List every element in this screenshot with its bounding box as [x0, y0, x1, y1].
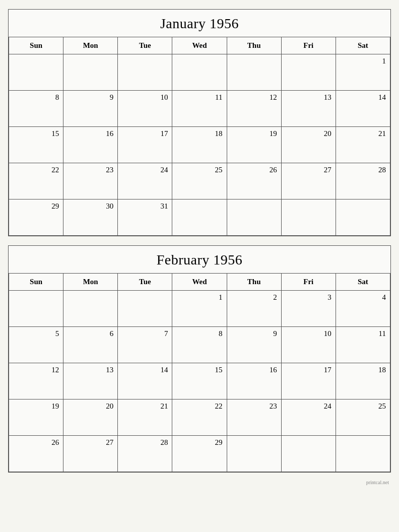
jan-r4-tue: 24 [118, 163, 172, 200]
feb-r2-sun: 5 [9, 327, 63, 363]
feb-r1-sun [9, 291, 63, 327]
jan-r2-tue: 10 [118, 91, 172, 127]
feb-r3-sat: 18 [336, 363, 390, 400]
feb-r2-mon: 6 [63, 327, 118, 363]
jan-r1-wed [172, 54, 227, 91]
jan-r1-sun [9, 54, 63, 91]
header-tue: Tue [118, 37, 172, 54]
feb-r3-sun: 12 [9, 363, 63, 400]
january-grid: Sun Mon Tue Wed Thu Fri Sat 1 8 9 10 11 … [9, 37, 390, 236]
feb-header-sat: Sat [336, 274, 390, 291]
jan-r1-thu [227, 54, 282, 91]
jan-r2-sat: 14 [336, 91, 390, 127]
feb-r2-fri: 10 [282, 327, 336, 363]
feb-r5-wed: 29 [172, 436, 227, 472]
jan-r1-sat: 1 [336, 54, 390, 91]
jan-r2-wed: 11 [172, 91, 227, 127]
feb-r4-mon: 20 [63, 400, 118, 436]
jan-r4-mon: 23 [63, 163, 118, 200]
jan-r3-tue: 17 [118, 127, 172, 163]
feb-r1-wed: 1 [172, 291, 227, 327]
feb-r5-sat [336, 436, 390, 472]
jan-r4-sun: 22 [9, 163, 63, 200]
jan-r5-fri [282, 200, 336, 236]
feb-r3-fri: 17 [282, 363, 336, 400]
jan-r2-thu: 12 [227, 91, 282, 127]
feb-header-sun: Sun [9, 274, 63, 291]
feb-r2-wed: 8 [172, 327, 227, 363]
feb-r4-fri: 24 [282, 400, 336, 436]
feb-r4-sun: 19 [9, 400, 63, 436]
jan-r5-sat [336, 200, 390, 236]
feb-header-tue: Tue [118, 274, 172, 291]
january-calendar: January 1956 Sun Mon Tue Wed Thu Fri Sat… [8, 9, 391, 236]
header-sun: Sun [9, 37, 63, 54]
jan-r5-wed [172, 200, 227, 236]
feb-r5-thu [227, 436, 282, 472]
feb-header-mon: Mon [63, 274, 118, 291]
jan-r2-sun: 8 [9, 91, 63, 127]
feb-r3-thu: 16 [227, 363, 282, 400]
feb-r1-sat: 4 [336, 291, 390, 327]
jan-r3-sat: 21 [336, 127, 390, 163]
header-mon: Mon [63, 37, 118, 54]
jan-r5-mon: 30 [63, 200, 118, 236]
header-fri: Fri [282, 37, 336, 54]
feb-r1-fri: 3 [282, 291, 336, 327]
feb-r2-thu: 9 [227, 327, 282, 363]
feb-r3-tue: 14 [118, 363, 172, 400]
feb-r5-sun: 26 [9, 436, 63, 472]
watermark: printcal.net [8, 480, 391, 485]
jan-r5-sun: 29 [9, 200, 63, 236]
jan-r2-mon: 9 [63, 91, 118, 127]
jan-r4-wed: 25 [172, 163, 227, 200]
feb-r5-fri [282, 436, 336, 472]
feb-r5-mon: 27 [63, 436, 118, 472]
jan-r1-mon [63, 54, 118, 91]
jan-r3-fri: 20 [282, 127, 336, 163]
feb-r3-mon: 13 [63, 363, 118, 400]
feb-r3-wed: 15 [172, 363, 227, 400]
jan-r5-thu [227, 200, 282, 236]
feb-r4-sat: 25 [336, 400, 390, 436]
jan-r2-fri: 13 [282, 91, 336, 127]
feb-r4-tue: 21 [118, 400, 172, 436]
feb-r1-thu: 2 [227, 291, 282, 327]
jan-r5-tue: 31 [118, 200, 172, 236]
feb-r1-tue [118, 291, 172, 327]
february-title: February 1956 [9, 246, 390, 274]
jan-r4-sat: 28 [336, 163, 390, 200]
feb-r1-mon [63, 291, 118, 327]
february-calendar: February 1956 Sun Mon Tue Wed Thu Fri Sa… [8, 245, 391, 473]
jan-r3-wed: 18 [172, 127, 227, 163]
jan-r4-fri: 27 [282, 163, 336, 200]
jan-r3-sun: 15 [9, 127, 63, 163]
feb-r4-thu: 23 [227, 400, 282, 436]
february-grid: Sun Mon Tue Wed Thu Fri Sat 1 2 3 4 5 6 … [9, 274, 390, 472]
feb-r2-tue: 7 [118, 327, 172, 363]
feb-header-fri: Fri [282, 274, 336, 291]
feb-r5-tue: 28 [118, 436, 172, 472]
jan-r1-fri [282, 54, 336, 91]
feb-header-wed: Wed [172, 274, 227, 291]
feb-r2-sat: 11 [336, 327, 390, 363]
jan-r3-thu: 19 [227, 127, 282, 163]
jan-r1-tue [118, 54, 172, 91]
feb-header-thu: Thu [227, 274, 282, 291]
january-title: January 1956 [9, 10, 390, 37]
header-thu: Thu [227, 37, 282, 54]
jan-r4-thu: 26 [227, 163, 282, 200]
feb-r4-wed: 22 [172, 400, 227, 436]
header-sat: Sat [336, 37, 390, 54]
jan-r3-mon: 16 [63, 127, 118, 163]
header-wed: Wed [172, 37, 227, 54]
